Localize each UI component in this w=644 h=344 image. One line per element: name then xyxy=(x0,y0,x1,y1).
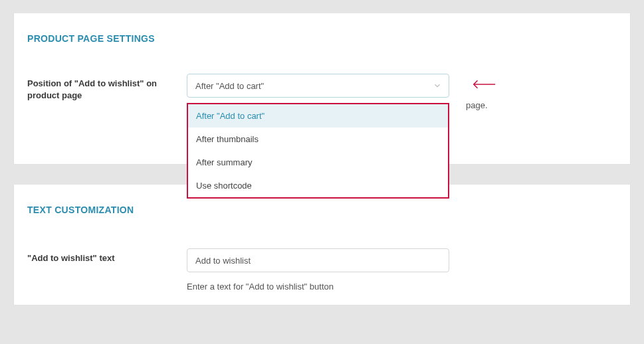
text-customization-panel: TEXT CUSTOMIZATION "Add to wishlist" tex… xyxy=(13,185,631,305)
dropdown-option-use-shortcode[interactable]: Use shortcode xyxy=(188,174,448,197)
dropdown-option-after-thumbnails[interactable]: After thumbnails xyxy=(188,128,448,151)
dropdown-option-after-summary[interactable]: After summary xyxy=(188,151,448,174)
product-page-settings-panel: PRODUCT PAGE SETTINGS Position of "Add t… xyxy=(13,13,631,165)
position-field: After "Add to cart" After "Add to cart" … xyxy=(187,74,453,98)
wishlist-text-row: "Add to wishlist" text Enter a text for … xyxy=(14,248,630,292)
section-title-product-page: PRODUCT PAGE SETTINGS xyxy=(14,13,630,44)
wishlist-text-hint: Enter a text for "Add to wishlist" butto… xyxy=(187,282,453,292)
dropdown-option-after-add-to-cart[interactable]: After "Add to cart" xyxy=(188,104,448,128)
position-label: Position of "Add to wishlist" on product… xyxy=(27,74,187,102)
position-row: Position of "Add to wishlist" on product… xyxy=(14,74,630,102)
position-select[interactable]: After "Add to cart" xyxy=(187,74,449,98)
wishlist-text-input[interactable] xyxy=(187,248,449,272)
position-dropdown: After "Add to cart" After thumbnails Aft… xyxy=(187,103,449,199)
wishlist-text-label: "Add to wishlist" text xyxy=(27,248,187,264)
position-select-value: After "Add to cart" xyxy=(195,81,264,91)
chevron-down-icon xyxy=(433,81,442,90)
position-help-text: page. xyxy=(466,74,639,112)
wishlist-text-field: Enter a text for "Add to wishlist" butto… xyxy=(187,248,453,292)
